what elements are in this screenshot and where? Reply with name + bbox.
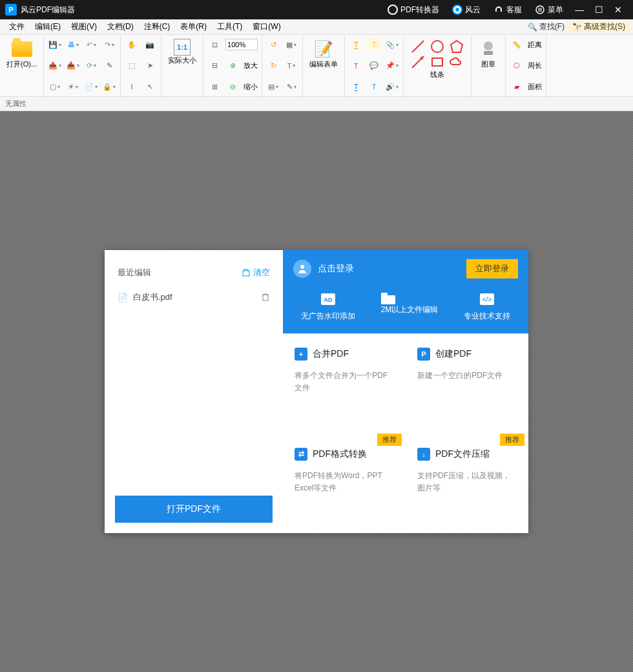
brand-link[interactable]: 风云 bbox=[452, 5, 481, 16]
menu-edit[interactable]: 编辑(E) bbox=[30, 21, 66, 32]
menu-window[interactable]: 窗口(W) bbox=[247, 21, 285, 32]
edit-form-button[interactable]: 📝 编辑表单 bbox=[307, 37, 340, 70]
support-link[interactable]: 客服 bbox=[493, 5, 522, 16]
strikeout-button[interactable]: T bbox=[349, 59, 363, 73]
text-select-button[interactable]: I bbox=[125, 79, 139, 94]
search-icon: 🔍 bbox=[528, 23, 537, 32]
menu-file[interactable]: 文件 bbox=[4, 21, 30, 32]
attach-button[interactable]: 📎 bbox=[385, 37, 399, 52]
card-title-2: PDF格式转换 bbox=[313, 448, 367, 460]
actual-size-icon: 1:1 bbox=[174, 39, 191, 56]
card-convert-pdf[interactable]: 推荐 ⇄PDF格式转换 将PDF转换为Word，PPT Excel等文件 bbox=[283, 434, 406, 534]
layout-button[interactable]: ▤ bbox=[266, 79, 280, 94]
tool-e-button[interactable]: 🔒 bbox=[102, 79, 116, 94]
close-button[interactable]: ✕ bbox=[608, 5, 628, 15]
svg-rect-14 bbox=[381, 295, 395, 304]
tool-a-button[interactable]: ✎ bbox=[102, 59, 116, 73]
svg-point-11 bbox=[300, 265, 304, 269]
fit-page-button[interactable]: ⊡ bbox=[207, 37, 222, 52]
zoom-in-button[interactable]: ⊕ bbox=[225, 59, 240, 73]
menu-comment[interactable]: 注释(C) bbox=[139, 21, 176, 32]
menu-tools[interactable]: 工具(T) bbox=[212, 21, 247, 32]
area-button[interactable]: ▰ bbox=[510, 79, 524, 94]
create-icon: P bbox=[417, 348, 430, 361]
delete-file-button[interactable] bbox=[261, 293, 270, 302]
rotate-left-button[interactable]: ↺ bbox=[266, 37, 280, 52]
annotation-button[interactable]: ✎ bbox=[284, 79, 298, 94]
underline-button[interactable]: T̲ bbox=[349, 79, 363, 94]
actual-size-label: 实际大小 bbox=[168, 56, 196, 65]
titlebar: P 风云PDF编辑器 PDF转换器 风云 客服 菜单 — ☐ ✕ bbox=[0, 0, 633, 19]
undo-button[interactable]: ↶ bbox=[84, 37, 98, 52]
circle-icon bbox=[430, 39, 445, 54]
distance-button[interactable]: 📏 bbox=[510, 37, 524, 52]
open-pdf-button[interactable]: 打开PDF文件 bbox=[115, 496, 273, 523]
card-title-3: PDF文件压缩 bbox=[435, 448, 490, 460]
zoom-input[interactable] bbox=[225, 39, 258, 50]
fit-width-button[interactable]: ⊟ bbox=[207, 59, 222, 73]
recent-file-item[interactable]: 📄 白皮书.pdf bbox=[115, 282, 273, 312]
rect-icon bbox=[430, 54, 445, 70]
minimize-button[interactable]: — bbox=[570, 5, 589, 15]
typewriter-button[interactable]: T bbox=[367, 79, 381, 94]
login-button[interactable]: 立即登录 bbox=[466, 259, 518, 278]
distance-label: 距离 bbox=[528, 40, 542, 50]
menu-form[interactable]: 表单(R) bbox=[175, 21, 212, 32]
svg-rect-15 bbox=[381, 293, 388, 297]
refresh-button[interactable]: ⟳ bbox=[84, 59, 98, 73]
export-button[interactable]: 📤 bbox=[48, 59, 62, 73]
card-compress-pdf[interactable]: 推荐 ↓PDF文件压缩 支持PDF压缩，以及视频，图片等 bbox=[406, 434, 528, 534]
login-prompt[interactable]: 点击登录 bbox=[318, 263, 460, 275]
card-title-1: 创建PDF bbox=[435, 348, 472, 360]
page-nav-button[interactable]: ▦ bbox=[284, 37, 298, 52]
cursor-tool-button[interactable]: ↖ bbox=[143, 79, 157, 94]
stamp-button[interactable]: 图章 bbox=[475, 37, 501, 70]
tool-b-button[interactable]: ▢ bbox=[48, 79, 62, 94]
redo-button[interactable]: ↷ bbox=[102, 37, 116, 52]
app-logo-icon: P bbox=[5, 4, 17, 16]
maximize-button[interactable]: ☐ bbox=[589, 5, 608, 15]
login-bar: 点击登录 立即登录 bbox=[283, 250, 528, 288]
highlight-button[interactable]: T̲ bbox=[349, 37, 363, 52]
clear-recent-button[interactable]: 清空 bbox=[242, 267, 270, 278]
camera-tool-button[interactable]: 📷 bbox=[143, 37, 157, 52]
actual-size-button[interactable]: 1:1 实际大小 bbox=[165, 37, 199, 67]
advanced-find-button[interactable]: 🔭 高级查找(S) bbox=[568, 21, 629, 32]
menu-link[interactable]: 菜单 bbox=[535, 5, 563, 16]
area-label: 面积 bbox=[528, 82, 542, 92]
tool-c-button[interactable]: ☀ bbox=[66, 79, 80, 94]
sound-button[interactable]: 🔊 bbox=[385, 79, 399, 94]
callout-button[interactable]: 💬 bbox=[367, 59, 381, 73]
save-button[interactable]: 💾 bbox=[48, 37, 62, 52]
hand-tool-button[interactable]: ✋ bbox=[125, 37, 139, 52]
fit-height-button[interactable]: ⊞ bbox=[207, 79, 222, 94]
print-button[interactable]: 🖶 bbox=[66, 37, 80, 52]
card-create-pdf[interactable]: P创建PDF 新建一个空白的PDF文件 bbox=[406, 333, 528, 434]
tool-d-button[interactable]: 📄 bbox=[84, 79, 98, 94]
menu-view[interactable]: 视图(V) bbox=[66, 21, 102, 32]
menu-document[interactable]: 文档(D) bbox=[102, 21, 139, 32]
textbox-button[interactable]: T bbox=[367, 37, 381, 52]
card-merge-pdf[interactable]: +合并PDF 将多个文件合并为一个PDF文件 bbox=[283, 333, 406, 434]
text-edit-button[interactable]: T bbox=[284, 59, 298, 73]
converter-icon bbox=[388, 5, 398, 15]
perimeter-button[interactable]: ⬡ bbox=[510, 59, 524, 73]
zoom-out-button[interactable]: ⊖ bbox=[225, 79, 240, 94]
converter-label: PDF转换器 bbox=[400, 5, 439, 16]
open-button[interactable]: 打开(O)... bbox=[4, 37, 39, 70]
pointer-tool-button[interactable]: ➤ bbox=[143, 59, 157, 73]
recent-title: 最近编辑 bbox=[118, 267, 151, 278]
svg-rect-8 bbox=[484, 51, 493, 55]
code-icon: </> bbox=[479, 293, 495, 306]
import-button[interactable]: 📥 bbox=[66, 59, 80, 73]
find-button[interactable]: 🔍 查找(F) bbox=[524, 21, 568, 32]
rotate-right-button[interactable]: ↻ bbox=[266, 59, 280, 73]
pdf-converter-link[interactable]: PDF转换器 bbox=[388, 5, 439, 16]
stamp-icon bbox=[478, 39, 499, 59]
polygon-icon bbox=[449, 39, 464, 54]
line-label: 线条 bbox=[430, 70, 444, 79]
note-button[interactable]: 📌 bbox=[385, 59, 399, 73]
line-shapes-button[interactable]: 线条 bbox=[408, 37, 467, 81]
select-tool-button[interactable]: ⬚ bbox=[125, 59, 139, 73]
avatar-icon bbox=[293, 260, 311, 278]
